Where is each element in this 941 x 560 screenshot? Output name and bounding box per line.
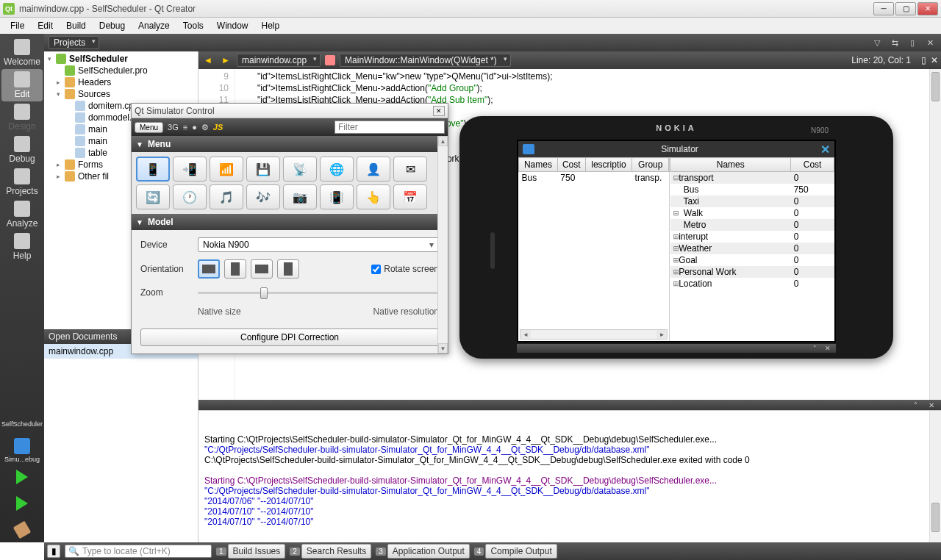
sim-clock-icon[interactable]: 🕐 bbox=[173, 184, 207, 209]
scrollbar-thumb[interactable] bbox=[931, 503, 940, 531]
below-expand-icon[interactable]: ˄ bbox=[809, 345, 820, 352]
build-button[interactable] bbox=[1, 517, 43, 542]
table-header[interactable]: lescriptio bbox=[585, 158, 631, 172]
menu-window[interactable]: Window bbox=[211, 19, 254, 32]
table-header[interactable]: Names bbox=[670, 158, 791, 172]
tree-row[interactable]: Taxi0 bbox=[670, 195, 834, 207]
sim-mail-icon[interactable]: ✉ bbox=[393, 157, 427, 182]
simctrl-menu-button[interactable]: Menu bbox=[135, 122, 163, 133]
simctrl-scrollbar[interactable]: ▲ ▼ bbox=[437, 136, 448, 353]
rotate-screen-checkbox[interactable]: Rotate screen bbox=[371, 264, 439, 274]
debug-run-button[interactable] bbox=[1, 491, 43, 516]
table-header[interactable]: Cost bbox=[791, 158, 834, 172]
output-tab-2[interactable]: 2Search Results bbox=[290, 544, 371, 559]
mode-analyze[interactable]: Analyze bbox=[1, 198, 43, 231]
tree-project-root[interactable]: ▾SelfScheduler bbox=[44, 53, 198, 65]
menu-build[interactable]: Build bbox=[60, 19, 92, 32]
sim-storage-icon[interactable]: 💾 bbox=[246, 157, 280, 182]
mode-debug[interactable]: Debug bbox=[1, 134, 43, 166]
output-tab-3[interactable]: 3Application Output bbox=[376, 544, 470, 559]
scroll-down-icon[interactable]: ▼ bbox=[438, 343, 448, 353]
split-icon[interactable]: ▯ bbox=[906, 36, 919, 49]
table-hscroll[interactable]: ◄► bbox=[520, 329, 668, 340]
device-combo[interactable]: Nokia N900 bbox=[198, 237, 439, 252]
close-button[interactable]: ✕ bbox=[917, 2, 938, 15]
tree-row[interactable]: ⊞Goal0 bbox=[670, 254, 834, 266]
tree-row[interactable]: ⊞Personal Work0 bbox=[670, 266, 834, 278]
toggle-sidebar-button[interactable]: ▮ bbox=[47, 545, 60, 558]
nav-back-icon[interactable]: ◄ bbox=[201, 54, 215, 67]
sim-camera-icon[interactable]: 📷 bbox=[283, 184, 317, 209]
simctrl-filter-input[interactable] bbox=[334, 121, 445, 134]
tree-row[interactable]: ⊟transport0 bbox=[670, 172, 834, 184]
scroll-up-icon[interactable]: ▲ bbox=[438, 136, 448, 146]
tree-row[interactable]: ⊞Location0 bbox=[670, 278, 834, 290]
sim-music-icon[interactable]: 🎵 bbox=[210, 184, 243, 209]
table-cell[interactable]: 750 bbox=[557, 172, 585, 184]
sync-icon[interactable]: ⇆ bbox=[888, 36, 901, 49]
sim-nfc-icon[interactable]: 📳 bbox=[320, 184, 354, 209]
menu-debug[interactable]: Debug bbox=[93, 19, 131, 32]
simctrl-close-button[interactable]: ✕ bbox=[433, 106, 445, 116]
mode-edit[interactable]: Edit bbox=[1, 69, 43, 101]
nav-fwd-icon[interactable]: ► bbox=[219, 54, 232, 67]
tree-row[interactable]: ⊟ Walk0 bbox=[670, 207, 834, 219]
js-toggle[interactable]: JS bbox=[213, 123, 223, 132]
sim-calendar-icon[interactable]: 📅 bbox=[393, 184, 427, 209]
table-cell[interactable]: transp. bbox=[632, 172, 669, 184]
slider-thumb[interactable] bbox=[260, 287, 268, 299]
tree-row[interactable]: ⊞Weather0 bbox=[670, 243, 834, 254]
orient-landscape-flip[interactable] bbox=[251, 259, 273, 279]
simctrl-menu-section[interactable]: ▼Menu bbox=[132, 136, 448, 152]
tree-row[interactable]: Metro0 bbox=[670, 219, 834, 231]
sim-contacts-icon[interactable]: 👤 bbox=[357, 157, 390, 182]
zoom-slider[interactable] bbox=[198, 286, 439, 299]
tree-row[interactable]: ⊞interupt0 bbox=[670, 231, 834, 243]
mode-projects[interactable]: Projects bbox=[1, 166, 43, 198]
kit-selector[interactable]: SelfScheduler bbox=[1, 412, 43, 437]
output-scrollbar[interactable] bbox=[929, 411, 941, 542]
bars-icon[interactable]: ≡ bbox=[183, 123, 187, 132]
editor-close-icon[interactable]: ✕ bbox=[931, 55, 938, 65]
configure-dpi-button[interactable]: Configure DPI Correction bbox=[140, 329, 439, 346]
run-button[interactable] bbox=[1, 464, 43, 489]
scrollbar-thumb[interactable] bbox=[931, 72, 940, 101]
table-header[interactable]: Names bbox=[519, 158, 558, 172]
device-hw-button[interactable] bbox=[490, 232, 495, 269]
simulator-control-window[interactable]: Qt Simulator Control ✕ Menu 3G ≡ ● ⚙ JS … bbox=[131, 103, 448, 354]
editor-file-combo[interactable]: mainwindow.cpp bbox=[237, 54, 321, 67]
right-table[interactable]: NamesCost⊟transport0 Bus750 Taxi0⊟ Walk0… bbox=[670, 157, 834, 341]
table-header[interactable]: Group bbox=[632, 158, 669, 172]
sim-device-icon[interactable]: 📱 bbox=[136, 157, 170, 182]
menu-file[interactable]: File bbox=[4, 19, 30, 32]
locator-input[interactable]: 🔍 Type to locate (Ctrl+K) bbox=[65, 545, 212, 558]
editor-symbol-combo[interactable]: MainWindow::MainWindow(QWidget *) bbox=[340, 54, 511, 67]
sim-media-icon[interactable]: 🎶 bbox=[246, 184, 280, 209]
sim-network-icon[interactable]: 📶 bbox=[210, 157, 243, 182]
mode-welcome[interactable]: Welcome bbox=[1, 37, 43, 69]
tree-pro-file[interactable]: SelfScheduler.pro bbox=[44, 65, 198, 76]
output-close-icon[interactable]: ✕ bbox=[925, 401, 938, 409]
tree-sources[interactable]: ▾Sources bbox=[44, 88, 198, 100]
output-tab-1[interactable]: 1Build Issues bbox=[216, 544, 285, 559]
sim-devices-icon[interactable]: 📲 bbox=[173, 157, 207, 182]
mode-design[interactable]: Design bbox=[1, 101, 43, 134]
editor-scrollbar[interactable] bbox=[929, 69, 941, 400]
simctrl-titlebar[interactable]: Qt Simulator Control ✕ bbox=[132, 104, 448, 118]
gear-icon[interactable]: ⚙ bbox=[201, 123, 209, 132]
sim-touch-icon[interactable]: 👆 bbox=[357, 184, 390, 209]
kit-target[interactable]: Simu...ebug bbox=[1, 438, 43, 463]
close-pane-icon[interactable]: ✕ bbox=[923, 36, 937, 49]
application-output[interactable]: Starting C:\QtProjects\SelfScheduler-bui… bbox=[198, 410, 941, 542]
mode-help[interactable]: Help bbox=[1, 231, 43, 263]
tree-headers[interactable]: ▸Headers bbox=[44, 76, 198, 88]
orient-portrait-flip[interactable] bbox=[277, 259, 299, 279]
maximize-button[interactable]: ▢ bbox=[895, 2, 916, 15]
network-3g-label[interactable]: 3G bbox=[168, 123, 179, 132]
app-close-button[interactable]: ✕ bbox=[820, 143, 830, 157]
simctrl-model-section[interactable]: ▼Modelx bbox=[132, 214, 448, 230]
table-cell[interactable]: Bus bbox=[519, 172, 558, 184]
table-cell[interactable] bbox=[585, 172, 631, 184]
dot-icon[interactable]: ● bbox=[192, 123, 197, 132]
menu-tools[interactable]: Tools bbox=[177, 19, 210, 32]
